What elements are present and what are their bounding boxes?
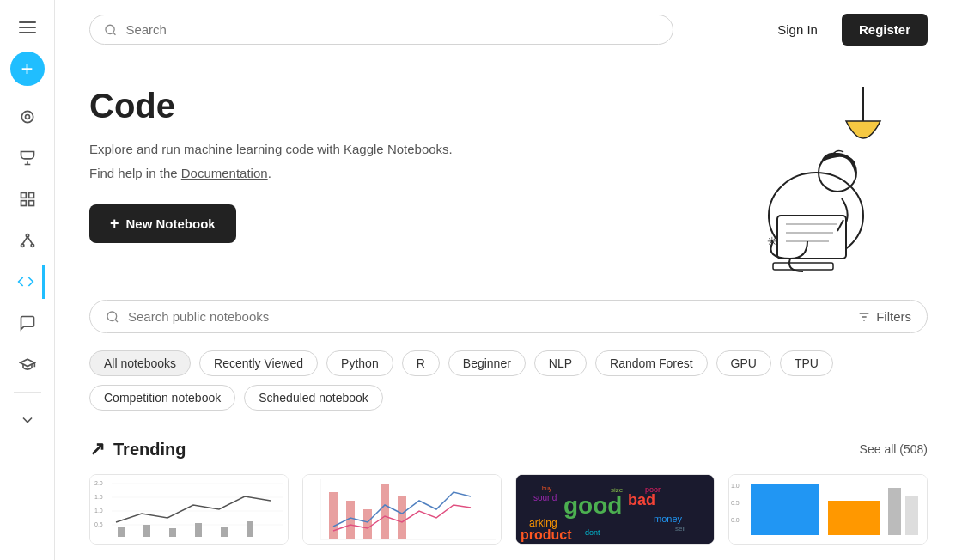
trending-section-header: ↗ Trending See all (508) [89,438,928,460]
trending-icon: ↗ [89,438,105,460]
card-thumb-4: 1.0 0.5 0.0 [729,475,927,544]
svg-rect-42 [169,528,176,537]
svg-rect-44 [221,527,228,537]
chip-scheduled-notebook[interactable]: Scheduled notebook [244,385,383,411]
chip-competition-notebook[interactable]: Competition notebook [89,385,235,411]
notebook-card-1[interactable]: 2.0 1.5 1.0 0.5 [89,474,289,545]
svg-text:product: product [521,527,572,542]
svg-text:good: good [563,492,622,519]
chip-gpu[interactable]: GPU [716,350,771,376]
home-icon[interactable] [10,100,45,134]
chip-random-forest[interactable]: Random Forest [595,350,707,376]
global-search-bar[interactable] [89,15,673,45]
svg-point-10 [21,244,23,247]
notebooks-search-bar[interactable]: Filters [89,300,928,333]
svg-text:1.0: 1.0 [94,508,103,514]
svg-text:sound: sound [533,493,557,502]
svg-rect-72 [888,488,901,535]
svg-rect-52 [381,484,389,539]
svg-text:size: size [611,486,624,494]
svg-rect-71 [828,501,880,535]
card-thumb-3: good bad arking money sound poor dont si… [516,475,714,544]
svg-text:buy: buy [542,485,552,492]
svg-rect-24 [773,263,833,270]
learn-icon[interactable] [10,347,45,381]
models-icon[interactable] [10,223,45,258]
chip-all-notebooks[interactable]: All notebooks [89,350,191,376]
search-notebooks-icon [106,310,119,324]
add-new-button[interactable]: + [10,52,45,86]
svg-rect-70 [751,484,819,535]
card-thumb-2 [303,475,501,544]
hero-description1: Explore and run machine learning code wi… [89,139,453,160]
svg-rect-7 [21,201,26,206]
svg-rect-49 [329,492,338,539]
menu-icon[interactable] [10,10,45,45]
chip-python[interactable]: Python [326,350,393,376]
svg-rect-41 [143,525,150,537]
svg-rect-51 [363,509,372,539]
svg-text:sell: sell [675,525,685,533]
chip-beginner[interactable]: Beginner [448,350,526,376]
svg-text:0.5: 0.5 [94,521,103,527]
discussion-icon[interactable] [10,306,45,340]
svg-rect-0 [19,21,36,23]
hero-illustration: ✳ [704,87,928,279]
svg-rect-19 [777,216,846,259]
notebook-card-3[interactable]: good bad arking money sound poor dont si… [515,474,715,545]
main-content: Sign In Register Code Explore and run ma… [55,0,962,560]
svg-text:2.0: 2.0 [94,480,103,486]
svg-rect-5 [21,193,26,198]
svg-line-15 [113,32,116,34]
notebook-card-4[interactable]: 1.0 0.5 0.0 [728,474,928,545]
chip-recently-viewed[interactable]: Recently Viewed [199,350,318,376]
code-icon[interactable] [10,265,45,299]
see-all-link[interactable]: See all (508) [860,442,928,456]
svg-point-4 [25,115,29,119]
chip-r[interactable]: R [402,350,440,376]
register-button[interactable]: Register [842,14,928,46]
svg-text:0.0: 0.0 [731,517,740,523]
svg-text:dont: dont [585,528,600,537]
svg-point-3 [21,111,33,122]
notebook-card-2[interactable] [302,474,502,545]
svg-text:poor: poor [645,485,661,494]
documentation-link[interactable]: Documentation [181,166,268,180]
svg-rect-73 [905,496,918,535]
trending-title: ↗ Trending [89,438,186,460]
filters-button[interactable]: Filters [857,309,911,324]
search-icon [104,23,117,37]
svg-rect-45 [247,521,253,537]
page-title: Code [89,87,453,125]
signin-button[interactable]: Sign In [767,15,828,44]
svg-point-9 [26,234,28,237]
card-thumb-1: 2.0 1.5 1.0 0.5 [90,475,288,544]
new-notebook-button[interactable]: + New Notebook [89,204,236,243]
notebooks-search-input[interactable] [128,309,849,324]
dataset-icon[interactable] [10,182,45,216]
hero-section: Code Explore and run machine learning co… [89,59,928,300]
expand-icon[interactable] [10,403,45,437]
svg-line-13 [27,237,33,244]
svg-rect-40 [118,527,125,537]
global-search-input[interactable] [125,22,659,37]
svg-point-26 [107,312,117,321]
hero-text: Code Explore and run machine learning co… [89,87,453,243]
svg-rect-1 [19,27,36,28]
svg-text:money: money [654,514,683,524]
chip-tpu[interactable]: TPU [780,350,833,376]
filters-label: Filters [876,309,911,324]
plus-icon: + [110,215,119,233]
svg-rect-8 [28,201,33,206]
chip-nlp[interactable]: NLP [534,350,587,376]
sidebar: + [0,0,55,560]
svg-text:0.5: 0.5 [731,500,740,506]
sidebar-divider [14,392,41,393]
svg-rect-53 [398,496,406,539]
filter-icon [857,310,871,324]
svg-rect-43 [195,523,202,537]
top-nav: Sign In Register [89,0,928,59]
svg-line-12 [22,237,27,244]
svg-rect-2 [19,32,36,33]
trophy-icon[interactable] [10,141,45,175]
